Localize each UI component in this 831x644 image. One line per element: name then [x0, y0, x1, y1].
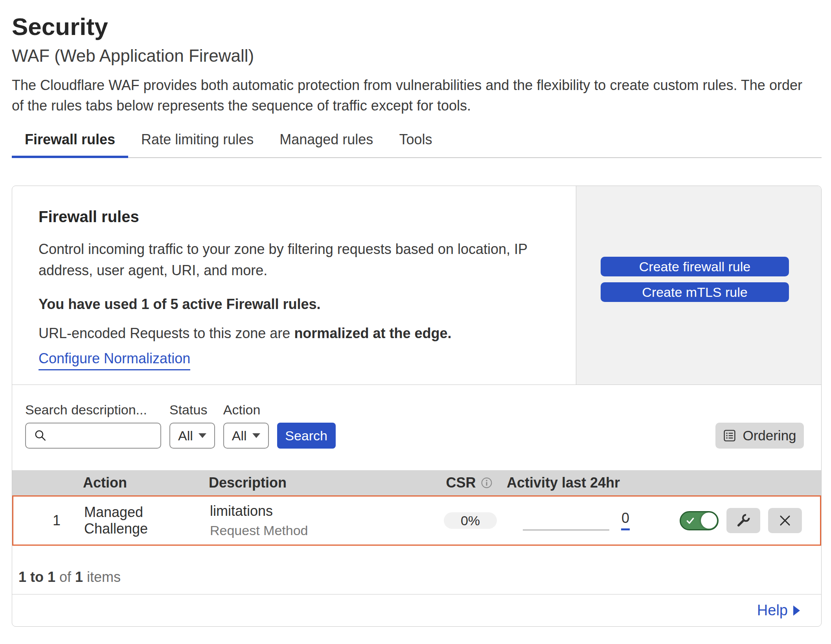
activity-count-underline [621, 528, 630, 530]
pagination-total: 1 [75, 569, 83, 585]
close-icon [777, 513, 793, 528]
activity-sparkline [523, 530, 609, 530]
action-label: Action [223, 403, 269, 416]
pagination-of: of [55, 569, 75, 585]
table-row: 1 Managed Challenge limitations Request … [12, 495, 821, 546]
activity-count-link[interactable]: 0 [621, 511, 630, 530]
toggle-knob [701, 513, 717, 529]
create-mtls-rule-button[interactable]: Create mTLS rule [601, 282, 789, 302]
chevron-right-icon [793, 605, 800, 616]
status-select[interactable]: All [169, 423, 215, 449]
rule-enabled-toggle[interactable] [680, 511, 719, 530]
delete-rule-button[interactable] [768, 508, 802, 533]
firewall-rules-info: Firewall rules Control incoming traffic … [12, 186, 576, 385]
firewall-rules-card: Firewall rules Control incoming traffic … [12, 186, 822, 627]
create-firewall-rule-button[interactable]: Create firewall rule [601, 257, 789, 276]
header-activity: Activity last 24hr [504, 475, 657, 491]
action-select-value: All [232, 428, 247, 443]
ordering-button[interactable]: Ordering [715, 423, 804, 449]
activity-count: 0 [621, 511, 629, 525]
help-link[interactable]: Help [757, 602, 788, 619]
rule-controls [658, 508, 820, 533]
rule-description-sub: Request Method [210, 523, 436, 539]
tab-firewall-rules[interactable]: Firewall rules [12, 128, 128, 158]
search-box[interactable] [25, 423, 161, 449]
chevron-down-icon [199, 433, 206, 438]
create-rule-panel: Create firewall rule Create mTLS rule [576, 186, 821, 385]
rule-action: Managed Challenge [84, 504, 210, 537]
usage-text: You have used 1 of 5 active Firewall rul… [39, 294, 560, 315]
configure-normalization-link[interactable]: Configure Normalization [39, 348, 190, 370]
action-group: Action All [223, 403, 269, 449]
page-description: The Cloudflare WAF provides both automat… [12, 75, 814, 116]
ordered-list-icon [723, 429, 736, 442]
normalization-text: URL-encoded Requests to this zone are no… [39, 323, 560, 344]
rule-activity-cell: 0 [505, 497, 658, 545]
check-icon [685, 515, 695, 526]
csr-badge: 0% [444, 512, 497, 529]
status-group: Status All [169, 403, 215, 449]
rule-description: limitations [210, 502, 436, 519]
card-heading: Firewall rules [39, 208, 560, 225]
search-label: Search description... [25, 403, 161, 416]
tab-managed-rules[interactable]: Managed rules [267, 128, 386, 158]
page-subtitle: WAF (Web Application Firewall) [12, 46, 822, 66]
status-select-value: All [178, 428, 193, 443]
info-icon[interactable] [481, 477, 493, 489]
filter-bar: Search description... Status All Action [12, 385, 821, 470]
chevron-down-icon [252, 433, 260, 438]
page-title: Security [12, 13, 822, 40]
pagination-items: items [83, 569, 121, 585]
pagination-range: 1 to 1 [18, 569, 55, 585]
rule-csr-cell: 0% [436, 512, 505, 529]
header-csr-label: CSR [446, 475, 476, 491]
normalization-bold: normalized at the edge. [294, 325, 451, 341]
waf-tab-bar: Firewall rules Rate limiting rules Manag… [12, 128, 822, 158]
search-input[interactable] [52, 428, 160, 443]
table-header: Action Description CSR Activity last 24h… [12, 470, 821, 495]
wrench-icon [735, 513, 751, 528]
edit-rule-button[interactable] [726, 508, 760, 533]
rule-index: 1 [13, 512, 84, 529]
help-row: Help [12, 594, 821, 626]
normalization-prefix: URL-encoded Requests to this zone are [39, 325, 294, 341]
header-action: Action [83, 475, 209, 491]
card-top-section: Firewall rules Control incoming traffic … [12, 186, 821, 385]
action-select[interactable]: All [223, 423, 269, 449]
ordering-button-label: Ordering [743, 428, 796, 443]
header-description: Description [209, 475, 435, 491]
search-group: Search description... [25, 403, 161, 449]
status-label: Status [169, 403, 215, 416]
header-csr: CSR [435, 475, 504, 491]
search-icon [34, 429, 47, 442]
tab-rate-limiting-rules[interactable]: Rate limiting rules [128, 128, 267, 158]
security-waf-page: Security WAF (Web Application Firewall) … [0, 13, 831, 627]
tab-tools[interactable]: Tools [386, 128, 445, 158]
rule-description-cell: limitations Request Method [210, 502, 436, 539]
search-button[interactable]: Search [277, 423, 336, 449]
card-description: Control incoming traffic to your zone by… [39, 239, 560, 281]
pagination-summary: 1 to 1 of 1 items [12, 546, 821, 594]
